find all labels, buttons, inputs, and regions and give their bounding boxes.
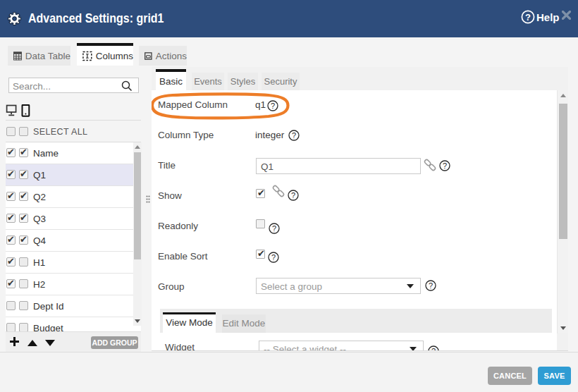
svg-text:?: ? <box>443 161 447 170</box>
svg-text:?: ? <box>292 131 296 140</box>
svg-text:?: ? <box>429 281 433 290</box>
svg-text:?: ? <box>431 347 436 350</box>
svg-text:?: ? <box>525 12 531 23</box>
svg-text:?: ? <box>291 191 295 200</box>
svg-text:?: ? <box>271 253 276 262</box>
svg-text:?: ? <box>272 224 276 233</box>
